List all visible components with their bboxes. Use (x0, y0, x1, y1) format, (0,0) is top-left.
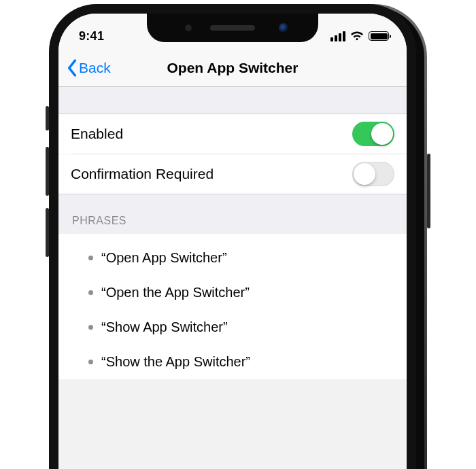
enabled-row: Enabled (58, 114, 407, 154)
enabled-toggle[interactable] (352, 122, 394, 146)
side-button (427, 154, 430, 228)
device-frame: 9:41 (49, 4, 427, 469)
bullet-icon (88, 290, 93, 295)
cellular-signal-icon (330, 31, 345, 41)
phrase-text: Show App Switcher (101, 319, 228, 335)
status-time: 9:41 (79, 29, 104, 44)
bullet-icon (88, 360, 93, 364)
front-camera-icon (279, 23, 288, 33)
phrase-text: Open App Switcher (101, 250, 227, 266)
phrase-text: Open the App Switcher (101, 285, 250, 300)
phrase-item[interactable]: Show App Switcher (58, 310, 407, 345)
phrases-section-header: PHRASES (58, 194, 407, 234)
battery-icon (369, 31, 389, 41)
phrase-text: Show the App Switcher (101, 354, 250, 370)
status-indicators (330, 31, 389, 41)
phrases-header-label: PHRASES (72, 215, 126, 226)
device-notch (147, 14, 318, 42)
phrase-item[interactable]: Open App Switcher (58, 241, 407, 275)
sensor-icon (185, 24, 192, 31)
bullet-icon (88, 256, 93, 260)
back-button[interactable]: Back (67, 59, 111, 77)
navigation-bar: Back Open App Switcher (58, 49, 407, 87)
confirmation-required-row: Confirmation Required (58, 154, 407, 194)
earpiece-speaker (210, 25, 255, 31)
enabled-label: Enabled (71, 126, 123, 142)
bullet-icon (88, 325, 93, 330)
confirmation-required-toggle[interactable] (352, 162, 394, 186)
wifi-icon (350, 31, 364, 41)
confirmation-required-label: Confirmation Required (71, 166, 214, 182)
phrase-item[interactable]: Show the App Switcher (58, 345, 407, 379)
phrase-item[interactable]: Open the App Switcher (58, 275, 407, 310)
back-label: Back (79, 60, 111, 76)
chevron-left-icon (67, 59, 78, 77)
phrases-list: Open App Switcher Open the App Switcher … (58, 234, 407, 379)
section-spacer (58, 87, 407, 114)
screen: 9:41 (58, 14, 407, 469)
